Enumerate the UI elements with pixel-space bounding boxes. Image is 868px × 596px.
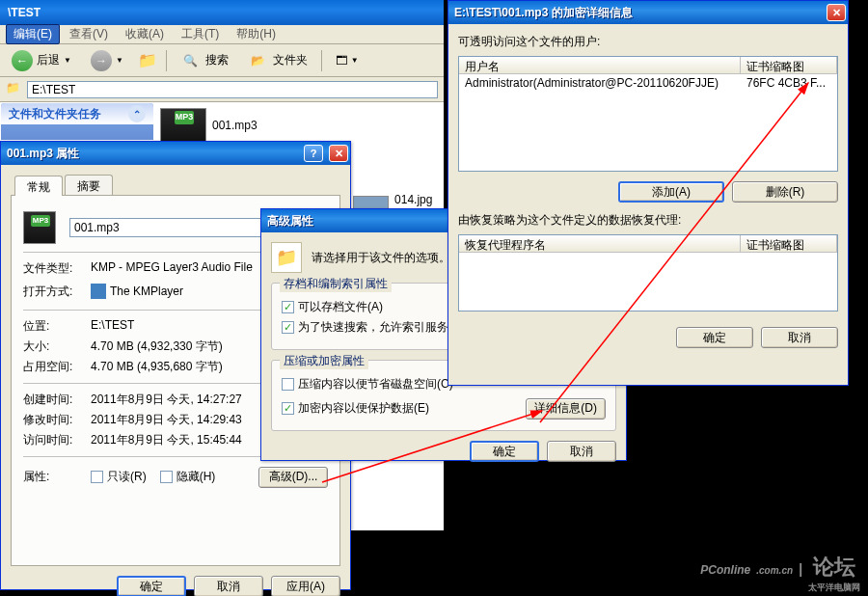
folders-button[interactable]: 📂 文件夹 <box>242 48 313 73</box>
explorer-menubar: 编辑(E) 查看(V) 收藏(A) 工具(T) 帮助(H) <box>0 25 444 44</box>
folder-tree-icon: 📂 <box>248 50 269 71</box>
properties-title: 001.mp3 属性 <box>7 146 298 162</box>
encryption-titlebar[interactable]: E:\TEST\001.mp3 的加密详细信息 ✕ <box>448 1 848 24</box>
encrypt-label: 加密内容以便保护数据(E) <box>298 400 429 417</box>
watermark-text: PConline <box>700 563 750 577</box>
search-button[interactable]: 🔍 搜索 <box>175 48 234 73</box>
task-pane-title: 文件和文件夹任务 <box>9 106 101 122</box>
checkbox-icon <box>160 471 173 483</box>
location-label: 位置: <box>23 318 91 335</box>
size-value: 4.70 MB (4,932,330 字节) <box>91 339 223 355</box>
encryption-details-dialog: E:\TEST\001.mp3 的加密详细信息 ✕ 可透明访问这个文件的用户: … <box>448 0 849 386</box>
menu-help[interactable]: 帮助(H) <box>229 24 284 44</box>
apply-button[interactable]: 应用(A) <box>271 576 340 596</box>
mp3-icon <box>23 211 56 244</box>
compress-label: 压缩内容以便节省磁盘空间(C) <box>298 376 453 393</box>
attributes-label: 属性: <box>23 469 91 485</box>
advanced-intro: 请选择用于该文件的选项。 <box>312 250 450 266</box>
mp3-icon <box>160 108 206 143</box>
user-row[interactable]: Administrator(Administrator@PC-20110620F… <box>459 74 837 92</box>
users-list[interactable]: 用户名 证书缩略图 Administrator(Administrator@PC… <box>458 56 838 172</box>
filetype-value: KMP - MPEG Layer3 Audio File <box>91 260 253 277</box>
readonly-checkbox[interactable]: 只读(R) <box>91 469 147 485</box>
add-button[interactable]: 添加(A) <box>618 181 724 203</box>
ok-button[interactable]: 确定 <box>117 576 186 596</box>
cancel-button[interactable]: 取消 <box>547 441 616 462</box>
filetype-label: 文件类型: <box>23 260 91 277</box>
created-label: 创建时间: <box>23 392 91 408</box>
recovery-list[interactable]: 恢复代理程序名 证书缩略图 <box>458 234 838 312</box>
ok-button[interactable]: 确定 <box>470 441 539 462</box>
col-thumbprint[interactable]: 证书缩略图 <box>741 57 837 73</box>
explorer-toolbar: ← 后退 ▼ → ▼ 📁 🔍 搜索 📂 文件夹 🗔▼ <box>0 44 444 77</box>
advanced-icon: 📁 <box>271 242 302 273</box>
collapse-icon: ⌃ <box>128 105 146 122</box>
watermark-cn-sub: 太平洋电脑网 <box>808 582 860 594</box>
col-username[interactable]: 用户名 <box>459 57 741 73</box>
menu-tools[interactable]: 工具(T) <box>174 24 227 44</box>
openwith-value: The KMPlayer <box>110 284 183 298</box>
modified-value: 2011年8月9日 今天, 14:29:43 <box>91 412 242 428</box>
hidden-checkbox[interactable]: 隐藏(H) <box>160 469 216 485</box>
chevron-down-icon: ▼ <box>116 56 123 65</box>
readonly-label: 只读(R) <box>107 469 147 485</box>
forward-button[interactable]: → ▼ <box>85 48 129 73</box>
explorer-title: \TEST <box>8 6 41 19</box>
checkbox-icon: ✓ <box>282 402 294 415</box>
help-button[interactable]: ? <box>304 145 323 162</box>
kmplayer-icon <box>91 284 106 299</box>
tab-general[interactable]: 常规 <box>14 176 63 196</box>
archive-legend: 存档和编制索引属性 <box>280 276 392 292</box>
checkbox-icon <box>282 378 294 391</box>
file-name: 001.mp3 <box>212 119 258 132</box>
watermark-sub: .com.cn <box>756 565 793 576</box>
details-button[interactable]: 详细信息(D) <box>526 398 606 420</box>
back-button[interactable]: ← 后退 ▼ <box>6 48 77 73</box>
modified-label: 修改时间: <box>23 412 91 428</box>
checkbox-icon <box>91 471 103 483</box>
recovery-intro: 由恢复策略为这个文件定义的数据恢复代理: <box>458 212 838 229</box>
hidden-label: 隐藏(H) <box>176 469 216 485</box>
ok-button[interactable]: 确定 <box>676 327 753 348</box>
compress-legend: 压缩或加密属性 <box>280 353 368 369</box>
forward-icon: → <box>91 50 112 71</box>
back-label: 后退 <box>37 52 60 68</box>
accessed-value: 2011年8月9日 今天, 15:45:44 <box>91 432 242 448</box>
views-button[interactable]: 🗔▼ <box>330 52 365 69</box>
cancel-button[interactable]: 取消 <box>761 327 838 348</box>
tab-summary[interactable]: 摘要 <box>65 175 113 195</box>
properties-titlebar[interactable]: 001.mp3 属性 ? ✕ <box>1 142 350 165</box>
created-value: 2011年8月9日 今天, 14:27:27 <box>91 392 242 408</box>
remove-button[interactable]: 删除(R) <box>732 181 838 203</box>
close-button[interactable]: ✕ <box>827 4 846 21</box>
cancel-button[interactable]: 取消 <box>194 576 263 596</box>
encrypt-checkbox[interactable]: ✓加密内容以便保护数据(E) <box>282 400 516 417</box>
file-name: 014.jpg <box>394 193 443 206</box>
sizeondisk-value: 4.70 MB (4,935,680 字节) <box>91 359 223 375</box>
watermark-cn: 论坛 <box>813 553 855 582</box>
col-recovery-name[interactable]: 恢复代理程序名 <box>459 235 741 252</box>
views-icon: 🗔 <box>336 54 347 68</box>
col-recovery-thumb[interactable]: 证书缩略图 <box>741 235 837 252</box>
back-icon: ← <box>12 50 33 71</box>
user-thumb-cell: 76FC 4CB3 F... <box>741 74 837 92</box>
close-button[interactable]: ✕ <box>329 145 348 162</box>
task-pane-header[interactable]: 文件和文件夹任务 ⌃ <box>1 103 153 124</box>
up-icon[interactable]: 📁 <box>137 50 158 71</box>
filename-text: 001.mp3 <box>74 221 120 234</box>
checkbox-icon: ✓ <box>282 301 294 313</box>
chevron-down-icon: ▼ <box>351 56 359 65</box>
menu-view[interactable]: 查看(V) <box>62 24 116 44</box>
sizeondisk-label: 占用空间: <box>23 359 91 375</box>
user-name-cell: Administrator(Administrator@PC-20110620F… <box>459 74 741 92</box>
size-label: 大小: <box>23 339 91 355</box>
folder-icon: 📁 <box>6 81 23 98</box>
menu-edit[interactable]: 编辑(E) <box>6 24 60 44</box>
menu-favorites[interactable]: 收藏(A) <box>118 24 172 44</box>
location-value: E:\TEST <box>91 318 134 335</box>
address-input[interactable]: E:\TEST <box>27 81 438 98</box>
separator <box>321 50 322 71</box>
address-bar: 📁 E:\TEST <box>0 77 444 102</box>
folders-label: 文件夹 <box>273 52 308 68</box>
index-label: 为了快速搜索，允许索引服务 <box>298 319 448 336</box>
